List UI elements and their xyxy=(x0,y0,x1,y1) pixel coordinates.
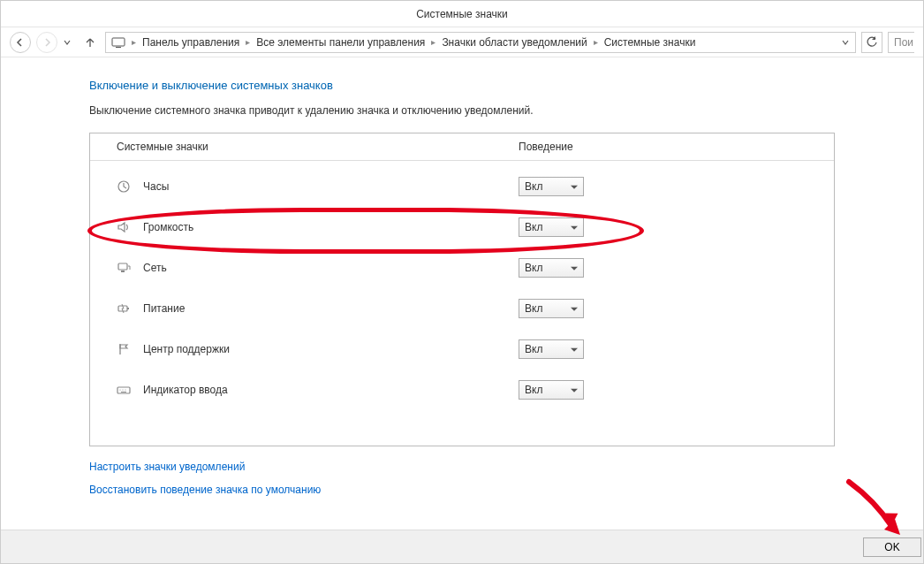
breadcrumb-separator-icon: ▸ xyxy=(243,37,253,47)
behavior-select[interactable]: Вкл xyxy=(519,339,584,359)
customize-icons-link[interactable]: Настроить значки уведомлений xyxy=(89,461,835,473)
refresh-button[interactable] xyxy=(861,32,882,53)
svg-point-10 xyxy=(125,389,125,390)
svg-rect-4 xyxy=(121,271,125,272)
breadcrumb-separator-icon: ▸ xyxy=(129,37,139,47)
address-dropdown-icon[interactable] xyxy=(841,38,850,47)
behavior-select[interactable]: Вкл xyxy=(519,299,584,318)
row-label: Сеть xyxy=(143,262,519,274)
svg-rect-0 xyxy=(112,38,125,46)
related-links: Настроить значки уведомлений Восстановит… xyxy=(89,461,835,496)
breadcrumb-item[interactable]: Все элементы панели управления xyxy=(256,36,425,49)
behavior-select[interactable]: Вкл xyxy=(519,217,584,237)
table-header: Системные значки Поведение xyxy=(90,133,834,161)
forward-button[interactable] xyxy=(36,32,57,53)
search-input[interactable]: Пои xyxy=(888,32,914,53)
table-row: Питание Вкл xyxy=(90,288,834,329)
row-label: Центр поддержки xyxy=(143,343,519,355)
network-icon xyxy=(117,261,143,275)
page-subtext: Выключение системного значка приводит к … xyxy=(89,104,835,117)
address-bar[interactable]: ▸ Панель управления ▸ Все элементы панел… xyxy=(105,32,856,53)
search-placeholder: Пои xyxy=(894,36,913,49)
column-header-behavior: Поведение xyxy=(519,141,834,153)
behavior-select[interactable]: Вкл xyxy=(519,258,584,278)
content-area: Включение и выключение системных значков… xyxy=(1,57,923,515)
row-label: Питание xyxy=(143,302,519,315)
control-panel-icon xyxy=(111,36,125,49)
breadcrumb-item[interactable]: Значки области уведомлений xyxy=(442,36,587,49)
window-titlebar: Системные значки xyxy=(1,1,923,27)
behavior-select[interactable]: Вкл xyxy=(519,380,584,400)
column-header-icons: Системные значки xyxy=(117,141,519,153)
svg-rect-6 xyxy=(127,308,129,309)
table-row: Сеть Вкл xyxy=(90,248,834,288)
table-row: Громкость Вкл xyxy=(90,207,834,248)
up-button[interactable] xyxy=(80,33,100,52)
svg-rect-11 xyxy=(121,392,126,393)
back-button[interactable] xyxy=(10,32,31,53)
table-body: Часы Вкл Громкость Вкл xyxy=(90,161,834,446)
svg-point-8 xyxy=(119,389,120,390)
breadcrumb-separator-icon: ▸ xyxy=(591,37,601,47)
breadcrumb-item[interactable]: Системные значки xyxy=(604,36,696,49)
row-label: Громкость xyxy=(143,221,519,233)
table-row: Центр поддержки Вкл xyxy=(90,329,834,370)
row-label: Часы xyxy=(143,180,519,193)
navigation-bar: ▸ Панель управления ▸ Все элементы панел… xyxy=(1,27,923,57)
flag-icon xyxy=(117,342,143,356)
table-row: Индикатор ввода Вкл xyxy=(90,370,834,410)
svg-rect-1 xyxy=(116,47,121,48)
svg-point-9 xyxy=(122,389,123,390)
restore-defaults-link[interactable]: Восстановить поведение значка по умолчан… xyxy=(89,484,835,496)
breadcrumb-separator-icon: ▸ xyxy=(428,37,438,47)
volume-icon xyxy=(117,220,143,234)
keyboard-icon xyxy=(117,383,143,397)
behavior-select[interactable]: Вкл xyxy=(519,177,584,196)
ok-button[interactable]: OK xyxy=(863,537,921,557)
dialog-footer: OK xyxy=(1,530,923,563)
clock-icon xyxy=(117,179,143,194)
row-label: Индикатор ввода xyxy=(143,384,519,396)
table-row: Часы Вкл xyxy=(90,166,834,207)
page-heading: Включение и выключение системных значков xyxy=(89,79,835,92)
breadcrumb-item[interactable]: Панель управления xyxy=(142,36,239,49)
system-icons-table: Системные значки Поведение Часы Вкл xyxy=(89,133,835,446)
window-title: Системные значки xyxy=(416,8,508,20)
history-dropdown[interactable] xyxy=(63,38,75,47)
power-icon xyxy=(117,301,143,316)
svg-rect-3 xyxy=(118,263,127,270)
